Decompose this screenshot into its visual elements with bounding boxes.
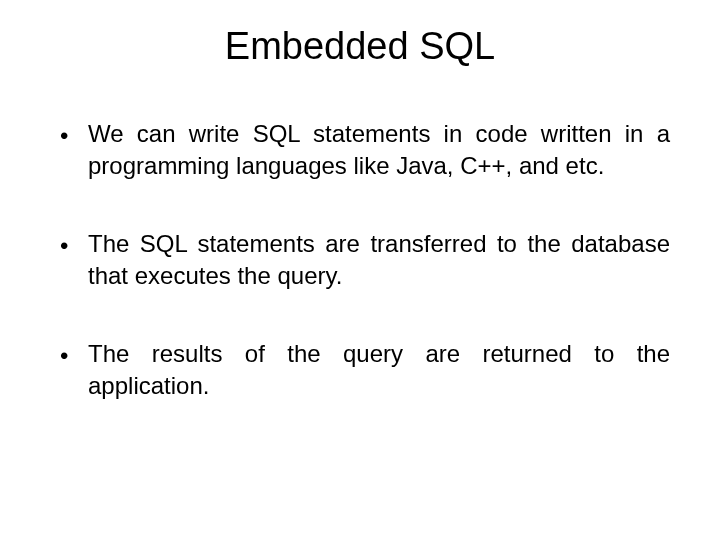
bullet-icon: • — [60, 338, 88, 403]
bullet-text: The results of the query are returned to… — [88, 338, 670, 403]
slide-content: • We can write SQL statements in code wr… — [50, 118, 670, 402]
bullet-icon: • — [60, 118, 88, 183]
bullet-icon: • — [60, 228, 88, 293]
bullet-text: The SQL statements are transferred to th… — [88, 228, 670, 293]
list-item: • The results of the query are returned … — [60, 338, 670, 403]
slide-title: Embedded SQL — [50, 25, 670, 68]
list-item: • We can write SQL statements in code wr… — [60, 118, 670, 183]
list-item: • The SQL statements are transferred to … — [60, 228, 670, 293]
bullet-text: We can write SQL statements in code writ… — [88, 118, 670, 183]
